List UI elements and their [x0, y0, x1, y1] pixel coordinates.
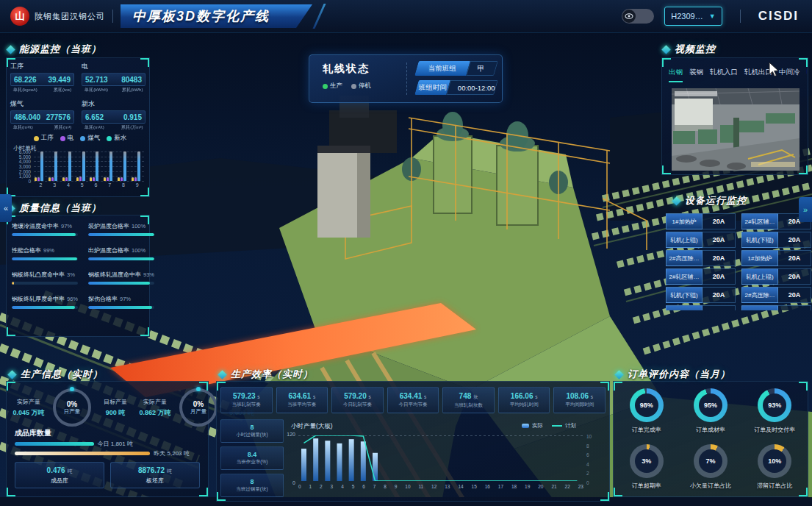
- legend-item: 工序: [34, 134, 54, 143]
- device-label: 2#高压除…: [666, 250, 703, 266]
- x-tick-label: 11: [418, 484, 423, 489]
- device-item[interactable]: 轧机(下辊)20A: [666, 287, 736, 303]
- bar: [96, 152, 98, 181]
- quality-percent: 96%: [67, 296, 78, 302]
- quality-item: 出炉温度合格率100%: [88, 246, 154, 260]
- bar-group: [132, 152, 143, 181]
- efficiency-stat-card: 748 块当班轧制块数: [442, 387, 495, 413]
- device-item[interactable]: 轧机(下辊)20A: [741, 232, 811, 248]
- bar-group: [104, 152, 115, 181]
- energy-value-labels: 单耗(m³/t)累耗(m³): [10, 124, 74, 131]
- donut-hole: 98%: [635, 393, 658, 417]
- efficiency-stat-card: 579.20 s今日轧制节奏: [331, 387, 384, 413]
- quality-label: 装炉温度合格率100%: [88, 222, 154, 230]
- y2-tick-label: 0: [586, 480, 598, 485]
- bar: [54, 152, 57, 181]
- device-item[interactable]: 1#加热炉20A: [666, 213, 736, 229]
- side-stat-value: 8: [250, 478, 254, 485]
- device-item[interactable]: 1#加热炉20A: [741, 250, 811, 266]
- line-status-title: 轧线状态: [323, 63, 370, 76]
- header-divider: [112, 10, 113, 23]
- side-stat-value: 8: [250, 424, 254, 431]
- donut-ring: 7%: [694, 444, 727, 478]
- right-collapse-tab[interactable]: »: [799, 197, 812, 222]
- order-donut: 93%订单及时交付率: [744, 388, 805, 434]
- x-tick-label: 6: [362, 484, 365, 489]
- efficiency-stat-card: 634.41 s今日平均节奏: [387, 387, 439, 413]
- camera-tab-轧机出口[interactable]: 轧机出口: [744, 68, 772, 82]
- stat-unit: s: [424, 394, 426, 399]
- donut-percent: 10%: [768, 457, 781, 465]
- stat-unit: s: [535, 394, 537, 399]
- camera-tab-电加热[interactable]: 电加热: [807, 68, 808, 82]
- energy-section: 电52.71380483单耗(kWh/t)累耗(kWh): [82, 62, 145, 93]
- visibility-toggle[interactable]: [622, 9, 654, 24]
- device-item[interactable]: 2#高压除…20A: [741, 287, 811, 303]
- progress-track: [88, 282, 154, 285]
- legend-label: 煤气: [87, 134, 100, 143]
- bar: [37, 177, 40, 181]
- side-stat-label: 小时过钢量(块): [236, 432, 267, 438]
- quality-percent: 99%: [43, 247, 54, 254]
- quality-item: 探伤合格率97%: [88, 295, 154, 309]
- energy-value: 68.226: [14, 76, 37, 84]
- x-axis: 23456789: [34, 182, 144, 188]
- stock-card-value: 0.476 吨: [47, 466, 73, 475]
- bar-group: [35, 152, 46, 181]
- progress-track: [12, 233, 78, 236]
- efficiency-panel-title: 生产效率（实时）: [231, 368, 313, 381]
- stock-card-label: 成品库: [51, 477, 68, 485]
- production-line-select[interactable]: H2309… ▼: [664, 7, 722, 26]
- device-item[interactable]: 1#加热炉20A: [666, 305, 736, 310]
- bar: [123, 152, 126, 181]
- quality-item: 装炉温度合格率100%: [88, 222, 154, 236]
- camera-tab-轧机入口[interactable]: 轧机入口: [710, 68, 738, 82]
- device-row: 2#轧区辅…20A轧机(上辊)20A: [660, 268, 812, 285]
- bar-group: [118, 152, 129, 181]
- stat-unit: 块: [473, 394, 478, 399]
- page-title: 中厚板3D数字化产线: [132, 7, 270, 25]
- device-item[interactable]: 轧机(上辊)20A: [666, 232, 736, 248]
- camera-tabs: 出钢装钢轧机入口轧机出口中间冷电加热: [669, 68, 807, 82]
- gauge-actual-value: 0.862 万吨: [135, 408, 175, 418]
- bar: [35, 177, 37, 181]
- energy-value-label: 单耗(kWh/t): [85, 87, 108, 93]
- device-item[interactable]: 轧机(上辊)20A: [741, 268, 811, 285]
- energy-values: 6.6520.915: [82, 110, 145, 124]
- donut-hole: 3%: [635, 449, 658, 473]
- gauge-ring-label: 月产量: [190, 408, 207, 416]
- left-collapse-tab[interactable]: «: [0, 194, 12, 222]
- gauge-actual: 实际产量0.045 万吨: [9, 398, 48, 418]
- stat-value: 634.61 s: [289, 392, 316, 400]
- donut-label: 订单及时交付率: [754, 426, 795, 434]
- progress-track: [88, 306, 154, 309]
- stat-label: 平均间隙时间: [565, 402, 594, 408]
- x-tick-label: 1: [309, 484, 312, 489]
- progress-track: [12, 282, 78, 285]
- device-item[interactable]: 2#高压除…20A: [666, 250, 736, 266]
- device-value: 20A: [703, 213, 736, 229]
- camera-tab-出钢[interactable]: 出钢: [669, 68, 683, 82]
- video-monitor-panel: 视频监控 出钢装钢轧机入口轧机出口中间冷电加热: [660, 41, 810, 175]
- energy-section-name: 电: [82, 62, 145, 71]
- bar: [107, 177, 109, 181]
- x-tick-label: 3: [331, 484, 334, 489]
- quality-label: 堆缓冷温度命中率97%: [12, 222, 78, 230]
- camera-tab-装钢[interactable]: 装钢: [689, 68, 703, 82]
- device-label: 1#加热炉: [666, 305, 703, 310]
- x-tick-label: 4: [341, 484, 344, 489]
- stat-label: 当班平均节奏: [287, 402, 316, 408]
- device-item[interactable]: 2#轧区辅…20A: [666, 268, 736, 285]
- stock-bar-label: 今日 1,801 吨: [98, 440, 133, 448]
- quality-item: 钢板终轧厚度命中率96%: [12, 295, 78, 309]
- device-item[interactable]: 2#轧区辅…20A: [741, 305, 811, 310]
- device-value: 20A: [778, 250, 811, 266]
- camera-tab-中间冷[interactable]: 中间冷: [779, 68, 800, 82]
- line-status-legend: 生产停机: [323, 82, 371, 90]
- legend-dot: [107, 136, 112, 141]
- energy-value: 277576: [46, 113, 71, 121]
- bar-group: [48, 152, 60, 181]
- x-tick-label: 4: [67, 182, 70, 188]
- orders-donut-grid: 98%订单完成率95%订单成材率93%订单及时交付率3%订单超期率7%小欠量订单…: [616, 388, 805, 490]
- company-name: 陕钢集团汉钢公司: [35, 11, 105, 22]
